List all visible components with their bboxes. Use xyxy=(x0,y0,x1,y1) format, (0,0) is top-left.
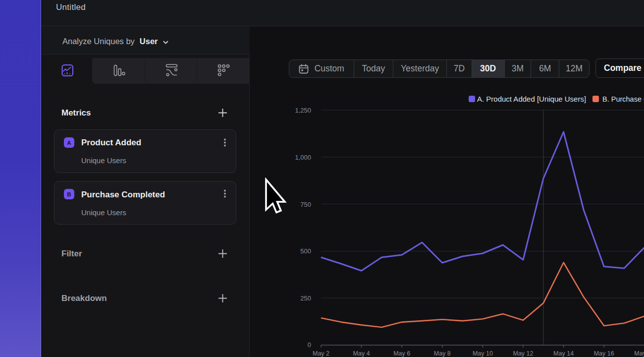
svg-text:250: 250 xyxy=(300,295,311,302)
svg-text:0: 0 xyxy=(308,341,311,349)
svg-text:500: 500 xyxy=(300,247,311,255)
svg-text:May 12: May 12 xyxy=(513,350,534,357)
svg-text:1,250: 1,250 xyxy=(295,107,311,114)
svg-text:May 8: May 8 xyxy=(434,350,451,357)
svg-text:May 10: May 10 xyxy=(473,350,493,357)
svg-text:May 18: May 18 xyxy=(634,350,644,357)
svg-text:May 14: May 14 xyxy=(553,350,574,357)
svg-text:May 6: May 6 xyxy=(393,350,410,357)
svg-text:May 2: May 2 xyxy=(313,350,329,357)
svg-text:May 16: May 16 xyxy=(594,350,614,357)
svg-text:May 4: May 4 xyxy=(353,350,370,357)
svg-text:750: 750 xyxy=(300,201,311,208)
svg-text:1,000: 1,000 xyxy=(295,154,311,161)
